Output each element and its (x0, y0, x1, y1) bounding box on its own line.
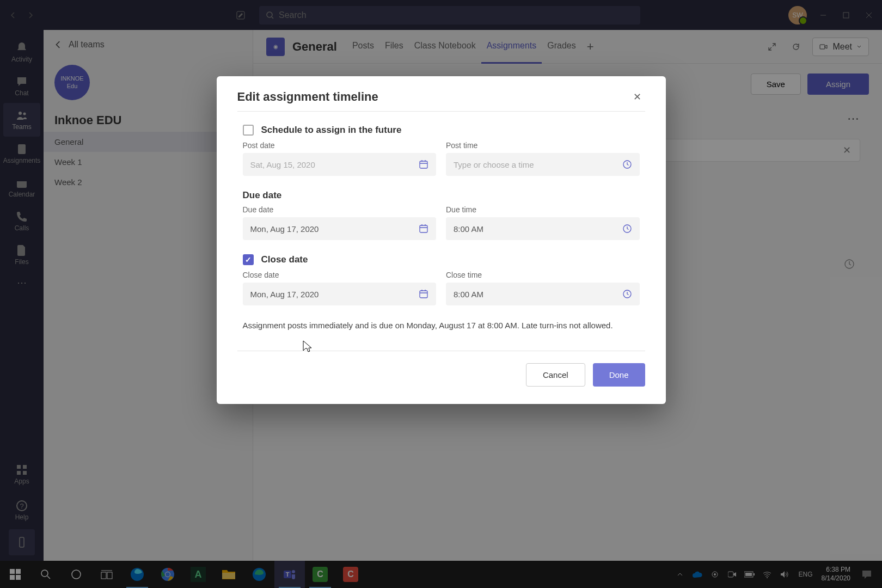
due-time-input[interactable]: 8:00 AM (446, 217, 640, 240)
close-time-value: 8:00 AM (454, 290, 483, 299)
calendar-icon (419, 160, 428, 169)
schedule-label: Schedule to assign in the future (261, 125, 402, 136)
due-section: Due date Due date Mon, Aug 17, 2020 Due … (243, 190, 640, 240)
edit-timeline-dialog: Edit assignment timeline ✕ Schedule to a… (217, 76, 666, 404)
clock-icon (622, 289, 632, 299)
clock-icon (622, 224, 632, 234)
post-date-label: Post date (243, 141, 437, 150)
modal-title: Edit assignment timeline (237, 90, 378, 104)
close-date-checkbox[interactable] (243, 254, 254, 265)
schedule-section: Schedule to assign in the future Post da… (243, 125, 640, 176)
post-date-value: Sat, Aug 15, 2020 (250, 160, 315, 169)
schedule-checkbox[interactable] (243, 125, 254, 136)
due-time-label: Due time (446, 205, 640, 214)
cancel-button[interactable]: Cancel (526, 363, 585, 387)
calendar-icon (419, 224, 428, 234)
due-date-input[interactable]: Mon, Aug 17, 2020 (243, 217, 437, 240)
close-time-input[interactable]: 8:00 AM (446, 283, 640, 305)
due-date-value: Mon, Aug 17, 2020 (250, 224, 319, 234)
due-date-label: Due date (243, 205, 437, 214)
close-date-input[interactable]: Mon, Aug 17, 2020 (243, 283, 437, 305)
post-time-label: Post time (446, 141, 640, 150)
close-section: Close date Close date Mon, Aug 17, 2020 … (243, 254, 640, 305)
svg-rect-19 (420, 225, 427, 232)
summary-text: Assignment posts immediately and is due … (243, 320, 640, 332)
svg-rect-21 (420, 291, 427, 298)
close-date-label: Close date (243, 271, 437, 279)
calendar-icon (419, 289, 428, 299)
post-time-input[interactable]: Type or choose a time (446, 153, 640, 176)
modal-close-button[interactable]: ✕ (630, 89, 645, 105)
due-time-value: 8:00 AM (454, 224, 483, 234)
modal-overlay: Edit assignment timeline ✕ Schedule to a… (0, 0, 882, 588)
post-time-placeholder: Type or choose a time (454, 160, 534, 169)
close-date-value: Mon, Aug 17, 2020 (250, 290, 319, 299)
due-heading: Due date (243, 190, 640, 201)
close-heading: Close date (261, 254, 308, 265)
clock-icon (622, 160, 632, 169)
done-button[interactable]: Done (593, 363, 645, 387)
close-time-label: Close time (446, 271, 640, 279)
post-date-input[interactable]: Sat, Aug 15, 2020 (243, 153, 437, 176)
svg-rect-17 (420, 161, 427, 168)
